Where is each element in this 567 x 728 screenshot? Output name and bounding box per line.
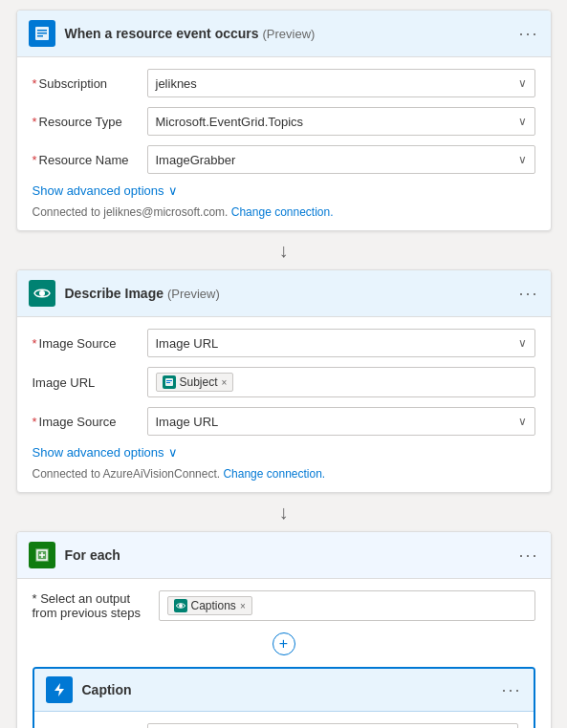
describe-connected-text: Connected to AzureAiVisionConnect. Chang… [33, 467, 535, 481]
svg-rect-1 [37, 30, 47, 32]
resource-name-label: *Resource Name [33, 153, 147, 167]
image-source-dropdown-2[interactable]: Image URL ∨ [147, 407, 535, 436]
image-url-field: Image URL Subject × [33, 367, 535, 397]
foreach-card-header: For each ··· [17, 532, 551, 579]
event-card: When a resource event occurs (Preview) ·… [16, 10, 552, 231]
image-url-input[interactable]: Subject × [147, 367, 535, 397]
svg-rect-2 [37, 32, 47, 34]
select-output-input[interactable]: Captions × [159, 590, 535, 621]
describe-card-icon [29, 280, 55, 307]
captions-chip-close-button[interactable]: × [240, 601, 246, 611]
add-action-button[interactable]: + [33, 632, 535, 655]
caption-inner-card: Caption ··· Request Body { "caption": " [33, 667, 535, 728]
resource-type-label: *Resource Type [33, 115, 147, 129]
resource-name-field: *Resource Name ImageGrabber ∨ [33, 145, 535, 174]
image-source-field-1: *Image Source Image URL ∨ [33, 329, 535, 357]
subject-chip: Subject × [156, 373, 234, 392]
flow-container: When a resource event occurs (Preview) ·… [10, 10, 557, 728]
request-body-input[interactable]: { "caption": " [147, 723, 518, 728]
caption-inner-card-body: Request Body { "caption": " [34, 712, 534, 728]
subscription-dropdown[interactable]: jeliknes ∨ [147, 69, 535, 97]
resource-name-dropdown[interactable]: ImageGrabber ∨ [147, 145, 535, 174]
svg-point-4 [39, 290, 45, 296]
event-card-header: When a resource event occurs (Preview) ·… [17, 11, 551, 57]
foreach-card-body: * Select an output from previous steps C… [17, 579, 551, 728]
event-show-advanced-button[interactable]: Show advanced options ∨ [33, 183, 535, 198]
caption-inner-card-more-button[interactable]: ··· [501, 680, 521, 700]
subscription-field: *Subscription jeliknes ∨ [33, 69, 535, 97]
add-circle-icon[interactable]: + [273, 632, 295, 655]
image-source-dropdown-1[interactable]: Image URL ∨ [147, 329, 535, 357]
event-advanced-chevron-icon: ∨ [168, 183, 178, 198]
captions-chip: Captions × [167, 596, 252, 615]
describe-advanced-chevron-icon: ∨ [168, 445, 178, 460]
foreach-card-title: For each [65, 547, 519, 563]
foreach-card-icon [29, 542, 55, 568]
subscription-chevron-icon: ∨ [518, 76, 527, 90]
subject-chip-label: Subject [180, 375, 218, 389]
event-change-connection-link[interactable]: Change connection. [231, 205, 334, 219]
caption-inner-card-header: Caption ··· [34, 669, 534, 712]
describe-card: Describe Image (Preview) ··· *Image Sour… [16, 269, 552, 493]
foreach-card: For each ··· * Select an output from pre… [16, 531, 552, 728]
subject-chip-close-button[interactable]: × [222, 377, 228, 388]
request-body-label: Request Body [50, 723, 136, 728]
svg-rect-3 [37, 35, 43, 37]
arrow-connector-2: ↓ [279, 493, 289, 531]
image-url-label: Image URL [33, 375, 147, 390]
arrow-connector-1: ↓ [279, 231, 289, 269]
foreach-card-more-button[interactable]: ··· [518, 546, 538, 566]
svg-rect-6 [166, 380, 172, 381]
describe-show-advanced-button[interactable]: Show advanced options ∨ [33, 445, 535, 460]
select-output-label: * Select an output from previous steps [33, 591, 147, 620]
resource-type-field: *Resource Type Microsoft.EventGrid.Topic… [33, 107, 535, 136]
captions-chip-icon [174, 599, 187, 612]
describe-card-more-button[interactable]: ··· [518, 284, 538, 304]
caption-inner-card-icon [46, 676, 73, 703]
svg-rect-7 [166, 382, 170, 383]
image-source-chevron-icon-1: ∨ [518, 336, 527, 350]
event-card-title: When a resource event occurs (Preview) [65, 26, 519, 41]
caption-inner-card-title: Caption [82, 682, 502, 697]
resource-name-chevron-icon: ∨ [518, 153, 527, 166]
select-output-row: * Select an output from previous steps C… [33, 590, 535, 621]
describe-change-connection-link[interactable]: Change connection. [223, 467, 325, 481]
svg-point-9 [179, 604, 183, 608]
image-source-chevron-icon-2: ∨ [518, 415, 527, 428]
describe-card-body: *Image Source Image URL ∨ Image URL [17, 317, 551, 492]
captions-chip-label: Captions [191, 599, 236, 612]
event-card-more-button[interactable]: ··· [518, 24, 538, 44]
image-source-label-1: *Image Source [33, 336, 147, 351]
image-source-field-2: *Image Source Image URL ∨ [33, 407, 535, 436]
event-card-body: *Subscription jeliknes ∨ *Resource Type … [17, 57, 551, 230]
resource-type-chevron-icon: ∨ [518, 115, 527, 128]
svg-marker-10 [55, 683, 64, 696]
describe-card-header: Describe Image (Preview) ··· [17, 270, 551, 317]
describe-card-title: Describe Image (Preview) [65, 286, 519, 301]
subject-chip-icon [163, 375, 176, 389]
request-body-row: Request Body { "caption": " [50, 723, 518, 728]
subscription-label: *Subscription [33, 76, 147, 91]
resource-type-dropdown[interactable]: Microsoft.EventGrid.Topics ∨ [147, 107, 535, 136]
image-source-label-2: *Image Source [33, 415, 147, 429]
event-connected-text: Connected to jeliknes@microsoft.com. Cha… [33, 205, 535, 219]
event-card-icon [29, 20, 55, 47]
